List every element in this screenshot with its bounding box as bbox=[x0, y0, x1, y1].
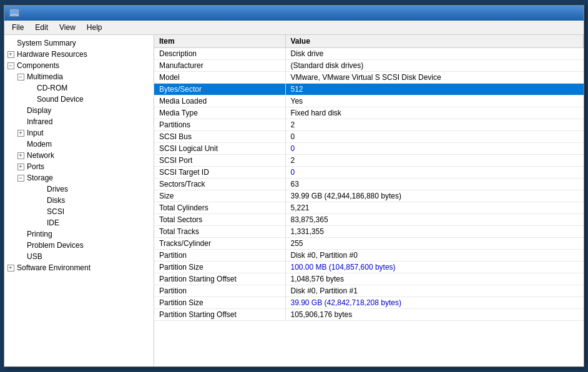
sidebar-item-drives[interactable]: Drives bbox=[4, 184, 154, 195]
table-row[interactable]: SCSI Target ID0 bbox=[154, 167, 584, 179]
sidebar-item-hardware-resources[interactable]: +Hardware Resources bbox=[4, 49, 154, 60]
table-row[interactable]: Manufacturer(Standard disk drives) bbox=[154, 60, 584, 72]
cell-value-17: Disk #0, Partition #0 bbox=[285, 250, 584, 262]
cell-item-4: Media Loaded bbox=[154, 95, 285, 107]
sidebar-item-multimedia[interactable]: −Multimedia bbox=[4, 71, 154, 82]
sidebar-label-software-env: Software Environment bbox=[16, 263, 92, 273]
menu-item-edit[interactable]: Edit bbox=[30, 22, 53, 33]
sidebar-item-software-env[interactable]: +Software Environment bbox=[4, 262, 154, 273]
table-row[interactable]: SCSI Bus0 bbox=[154, 131, 584, 143]
sidebar-item-components[interactable]: −Components bbox=[4, 60, 154, 71]
data-table: Item Value DescriptionDisk driveManufact… bbox=[154, 35, 584, 321]
collapse-icon[interactable]: − bbox=[6, 61, 16, 71]
cell-value-12: 39.99 GB (42,944,186,880 bytes) bbox=[285, 190, 584, 202]
cell-item-1: Manufacturer bbox=[154, 60, 285, 72]
sidebar-item-problem-devices[interactable]: Problem Devices bbox=[4, 240, 154, 251]
menu-item-file[interactable]: File bbox=[7, 22, 29, 33]
cell-value-1: (Standard disk drives) bbox=[285, 60, 584, 72]
table-row[interactable]: DescriptionDisk drive bbox=[154, 48, 584, 60]
cell-item-15: Total Tracks bbox=[154, 226, 285, 238]
table-row[interactable]: Partition Starting Offset1,048,576 bytes bbox=[154, 273, 584, 285]
table-row[interactable]: ModelVMware, VMware Virtual S SCSI Disk … bbox=[154, 72, 584, 84]
expand-icon[interactable]: + bbox=[6, 263, 16, 273]
sidebar-label-components: Components bbox=[16, 61, 61, 71]
sidebar-item-ide[interactable]: IDE bbox=[4, 217, 154, 228]
table-row[interactable]: Total Cylinders5,221 bbox=[154, 202, 584, 214]
sidebar-label-ide: IDE bbox=[46, 218, 61, 228]
cell-value-21: 39.90 GB (42,842,718,208 bytes) bbox=[285, 297, 584, 309]
sidebar-item-sound-device[interactable]: Sound Device bbox=[4, 94, 154, 105]
sidebar-item-printing[interactable]: Printing bbox=[4, 228, 154, 240]
collapse-icon[interactable]: − bbox=[16, 173, 26, 183]
cell-item-19: Partition Starting Offset bbox=[154, 273, 285, 285]
sidebar-item-infrared[interactable]: Infrared bbox=[4, 116, 154, 127]
sidebar-item-modem[interactable]: Modem bbox=[4, 139, 154, 150]
cell-item-11: Sectors/Track bbox=[154, 179, 285, 190]
cell-item-14: Total Sectors bbox=[154, 214, 285, 226]
sidebar-item-usb[interactable]: USB bbox=[4, 251, 154, 262]
cell-value-14: 83,875,365 bbox=[285, 214, 584, 226]
cell-value-5: Fixed hard disk bbox=[285, 107, 584, 119]
sidebar-label-sound-device: Sound Device bbox=[36, 94, 85, 104]
cell-value-9: 2 bbox=[285, 155, 584, 167]
table-row[interactable]: Tracks/Cylinder255 bbox=[154, 238, 584, 250]
collapse-icon[interactable]: − bbox=[16, 72, 26, 82]
sidebar-label-storage: Storage bbox=[26, 173, 54, 183]
cell-item-16: Tracks/Cylinder bbox=[154, 238, 285, 250]
cell-item-17: Partition bbox=[154, 250, 285, 262]
sidebar-label-network: Network bbox=[26, 150, 56, 160]
sidebar: System Summary+Hardware Resources−Compon… bbox=[4, 35, 154, 366]
sidebar-item-ports[interactable]: +Ports bbox=[4, 161, 154, 172]
sidebar-item-cd-rom[interactable]: CD-ROM bbox=[4, 82, 154, 94]
table-row[interactable]: Sectors/Track63 bbox=[154, 179, 584, 190]
table-row[interactable]: Bytes/Sector512 bbox=[154, 84, 584, 95]
cell-value-18: 100.00 MB (104,857,600 bytes) bbox=[285, 262, 584, 273]
cell-value-0: Disk drive bbox=[285, 48, 584, 60]
cell-item-13: Total Cylinders bbox=[154, 202, 285, 214]
svg-rect-1 bbox=[11, 10, 18, 14]
sidebar-label-hardware-resources: Hardware Resources bbox=[16, 49, 89, 59]
table-row[interactable]: Media TypeFixed hard disk bbox=[154, 107, 584, 119]
title-bar bbox=[4, 6, 584, 21]
table-row[interactable]: PartitionDisk #0, Partition #0 bbox=[154, 250, 584, 262]
sidebar-item-storage[interactable]: −Storage bbox=[4, 172, 154, 184]
sidebar-label-disks: Disks bbox=[46, 195, 66, 205]
expand-icon[interactable]: + bbox=[16, 162, 26, 172]
cell-value-8: 0 bbox=[285, 143, 584, 155]
table-row[interactable]: Partition Size100.00 MB (104,857,600 byt… bbox=[154, 262, 584, 273]
sidebar-item-disks[interactable]: Disks bbox=[4, 195, 154, 206]
cell-value-20: Disk #0, Partition #1 bbox=[285, 285, 584, 297]
sidebar-item-scsi[interactable]: SCSI bbox=[4, 206, 154, 217]
table-row[interactable]: SCSI Port2 bbox=[154, 155, 584, 167]
sidebar-label-drives: Drives bbox=[46, 184, 69, 194]
table-row[interactable]: PartitionDisk #0, Partition #1 bbox=[154, 285, 584, 297]
sidebar-item-network[interactable]: +Network bbox=[4, 150, 154, 161]
sidebar-label-scsi: SCSI bbox=[46, 207, 66, 217]
table-row[interactable]: Partition Size39.90 GB (42,842,718,208 b… bbox=[154, 297, 584, 309]
sidebar-label-system-summary: System Summary bbox=[16, 38, 77, 48]
sidebar-item-display[interactable]: Display bbox=[4, 105, 154, 116]
table-row[interactable]: Partition Starting Offset105,906,176 byt… bbox=[154, 309, 584, 321]
expand-icon[interactable]: + bbox=[16, 128, 26, 138]
sidebar-label-infrared: Infrared bbox=[26, 117, 54, 127]
sidebar-item-system-summary[interactable]: System Summary bbox=[4, 37, 154, 49]
table-row[interactable]: Partitions2 bbox=[154, 119, 584, 131]
cell-value-4: Yes bbox=[285, 95, 584, 107]
cell-value-19: 1,048,576 bytes bbox=[285, 273, 584, 285]
table-row[interactable]: Total Tracks1,331,355 bbox=[154, 226, 584, 238]
expand-icon[interactable]: + bbox=[6, 49, 16, 59]
cell-value-13: 5,221 bbox=[285, 202, 584, 214]
sidebar-item-input[interactable]: +Input bbox=[4, 127, 154, 139]
table-row[interactable]: Media LoadedYes bbox=[154, 95, 584, 107]
sidebar-label-display: Display bbox=[26, 105, 52, 115]
menu-item-view[interactable]: View bbox=[54, 22, 81, 33]
cell-item-0: Description bbox=[154, 48, 285, 60]
menu-item-help[interactable]: Help bbox=[82, 22, 107, 33]
cell-item-9: SCSI Port bbox=[154, 155, 285, 167]
table-row[interactable]: Total Sectors83,875,365 bbox=[154, 214, 584, 226]
expand-icon[interactable]: + bbox=[16, 150, 26, 160]
cell-item-12: Size bbox=[154, 190, 285, 202]
table-row[interactable]: SCSI Logical Unit0 bbox=[154, 143, 584, 155]
sidebar-label-printing: Printing bbox=[26, 229, 54, 239]
table-row[interactable]: Size39.99 GB (42,944,186,880 bytes) bbox=[154, 190, 584, 202]
